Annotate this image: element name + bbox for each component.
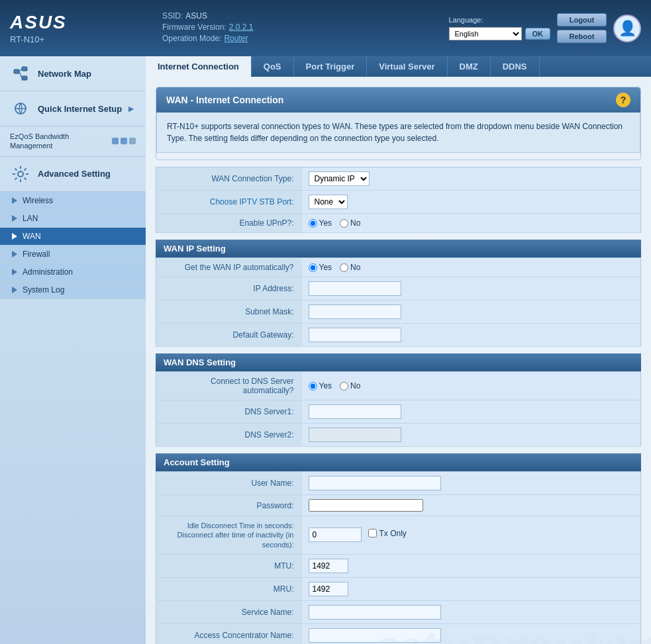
sidebar-item-lan[interactable]: LAN (0, 210, 146, 228)
svg-rect-0 (14, 69, 19, 73)
svg-rect-2 (22, 76, 27, 80)
auto-no-label[interactable]: No (340, 263, 360, 272)
reboot-button[interactable]: Reboot (557, 30, 607, 43)
auto-yes-radio[interactable] (309, 263, 317, 272)
language-area: Language: English OK (449, 16, 551, 40)
password-value (302, 495, 641, 516)
sidebar-item-administration[interactable]: Administration (0, 263, 146, 281)
dns1-label: DNS Server1: (156, 400, 302, 424)
dns2-label: DNS Server2: (156, 424, 302, 447)
tab-internet-connection[interactable]: Internet Connection (146, 56, 252, 77)
tab-port-trigger[interactable]: Port Trigger (294, 56, 368, 77)
syslog-label: System Log (23, 285, 64, 295)
username-value (302, 472, 641, 495)
access-input[interactable] (309, 628, 441, 643)
dns-yes-label[interactable]: Yes (309, 381, 332, 391)
upnp-no-radio[interactable] (340, 219, 348, 228)
content-area: Internet Connection QoS Port Trigger Vir… (146, 56, 651, 644)
iptv-value: None (302, 191, 641, 214)
sidebar-item-wireless[interactable]: Wireless (0, 192, 146, 210)
lan-label: LAN (23, 214, 38, 223)
dns2-input[interactable] (309, 428, 401, 442)
auto-ip-value: Yes No (302, 258, 641, 277)
account-section-header: Account Setting (156, 453, 641, 471)
wan-type-select[interactable]: Dynamic IP Static IP PPPoE PPTP L2TP (309, 171, 370, 186)
dns-yes-radio[interactable] (309, 382, 317, 391)
sidebar-item-network-map[interactable]: Network Map (0, 56, 146, 91)
language-select[interactable]: English (449, 27, 522, 40)
svg-rect-1 (22, 67, 27, 71)
help-icon[interactable]: ? (616, 93, 630, 107)
wan-type-label: WAN Connection Type: (156, 167, 302, 191)
firewall-arrow (12, 251, 17, 257)
service-row: Service Name: (156, 600, 641, 623)
service-value (302, 600, 641, 623)
network-map-label: Network Map (38, 69, 91, 79)
gateway-input[interactable] (309, 328, 401, 342)
mru-value (302, 577, 641, 600)
svg-point-11 (18, 171, 23, 177)
iptv-select[interactable]: None (309, 195, 348, 209)
auto-no-radio[interactable] (340, 263, 348, 272)
upnp-yes-radio[interactable] (309, 219, 317, 228)
sidebar-item-advanced[interactable]: Advanced Setting (0, 157, 146, 192)
iptv-row: Choose IPTV STB Port: None (156, 191, 641, 214)
sidebar-item-quick-internet[interactable]: Quick Internet Setup ► (0, 91, 146, 126)
tx-only-label: Tx Only (379, 529, 407, 538)
iptv-label[interactable]: Choose IPTV STB Port: (156, 191, 302, 214)
idle-row: Idle Disconnect Time in seconds: Disconn… (156, 516, 641, 555)
gateway-value (302, 324, 641, 347)
tab-qos[interactable]: QoS (252, 56, 294, 77)
tab-ddns[interactable]: DDNS (491, 56, 540, 77)
subnet-label: Subnet Mask: (156, 300, 302, 324)
dns1-value (302, 400, 641, 424)
mtu-label: MTU: (156, 554, 302, 577)
logout-button[interactable]: Logout (557, 13, 607, 26)
firmware-link[interactable]: 2.0.2.1 (229, 23, 254, 32)
access-label: Access Concentrator Name: (156, 623, 302, 644)
main-layout: Network Map Quick Internet Setup ► (0, 56, 651, 644)
upnp-label: Enable UPnP?: (156, 214, 302, 233)
dns-no-radio[interactable] (340, 382, 348, 391)
mtu-input[interactable] (309, 559, 348, 573)
dns-no-label[interactable]: No (340, 381, 360, 391)
password-input[interactable] (309, 499, 423, 512)
wan-dns-table: Connect to DNS Server automatically? Yes… (156, 371, 641, 447)
auto-ip-row: Get the WAN IP automatically? Yes No (156, 258, 641, 277)
advanced-setting-icon (10, 163, 31, 185)
tab-dmz[interactable]: DMZ (448, 56, 491, 77)
dns1-input[interactable] (309, 404, 401, 419)
wan-ip-table: Get the WAN IP automatically? Yes No (156, 257, 641, 347)
tx-only-checkbox[interactable] (368, 529, 377, 537)
ssid-value: ASUS (185, 11, 207, 21)
page-content: WAN - Internet Connection ? RT-N10+ supp… (146, 77, 651, 644)
wan-section-header: WAN - Internet Connection ? (156, 87, 640, 113)
service-input[interactable] (309, 605, 441, 620)
idle-input[interactable] (309, 528, 362, 542)
header: ASUS RT-N10+ SSID: ASUS Firmware Version… (0, 0, 651, 56)
ip-address-label: IP Address: (156, 277, 302, 300)
mru-input[interactable] (309, 582, 348, 596)
auto-yes-label[interactable]: Yes (309, 263, 332, 272)
ip-address-input[interactable] (309, 281, 401, 296)
sidebar-item-firewall[interactable]: Firewall (0, 246, 146, 263)
syslog-arrow (12, 287, 17, 293)
upnp-no-label[interactable]: No (340, 218, 360, 228)
action-buttons: Logout Reboot (557, 13, 607, 43)
sidebar-item-ezqos[interactable]: EzQoS Bandwidth Management (0, 126, 146, 157)
dns-auto-value: Yes No (302, 372, 641, 400)
username-input[interactable] (309, 476, 441, 490)
upnp-yes-label[interactable]: Yes (309, 218, 332, 228)
wan-title: WAN - Internet Connection (166, 95, 283, 105)
ok-button[interactable]: OK (525, 28, 551, 40)
sidebar-item-wan[interactable]: WAN (0, 228, 146, 246)
auto-ip-label: Get the WAN IP automatically? (156, 258, 302, 277)
tab-virtual-server[interactable]: Virtual Server (367, 56, 447, 77)
opmode-link[interactable]: Router (224, 34, 248, 43)
sidebar-submenu: Wireless LAN WAN Firewall Administration… (0, 192, 146, 299)
asus-logo: ASUS (10, 12, 142, 33)
subnet-input[interactable] (309, 304, 401, 319)
subnet-value (302, 300, 641, 324)
sidebar-item-syslog[interactable]: System Log (0, 281, 146, 299)
mtu-row: MTU: (156, 554, 641, 577)
